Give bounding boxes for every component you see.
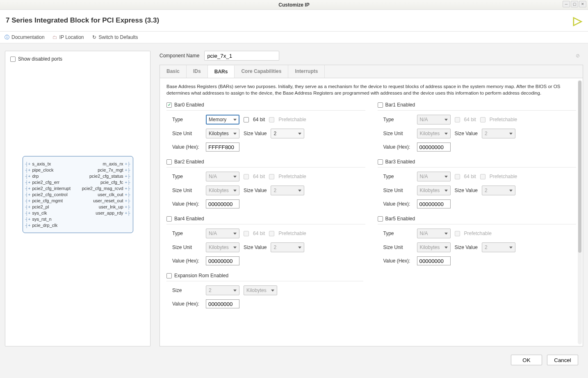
- bar0-unit-select[interactable]: Kilobytes: [206, 129, 239, 138]
- pin-icon: ┤+: [25, 205, 31, 209]
- bar0-enable-checkbox[interactable]: [166, 102, 172, 108]
- bar0-size-select[interactable]: 2: [271, 129, 304, 138]
- bar0-64bit-label: 64 bit: [253, 117, 265, 122]
- show-disabled-ports-label: Show disabled ports: [18, 56, 62, 62]
- pin-icon: +├: [125, 162, 130, 166]
- bar5-enable-checkbox[interactable]: [378, 216, 383, 222]
- ip-location-link[interactable]: 🗀 IP Location: [52, 34, 84, 40]
- close-button[interactable]: ✕: [579, 1, 586, 7]
- bar1-64bit-checkbox: [455, 117, 460, 122]
- tabs: BasicIDsBARsCore CapabilitiesInterrupts: [160, 65, 583, 78]
- bar4-size-select[interactable]: 2: [271, 242, 304, 252]
- pin-icon: ┤+: [25, 192, 31, 197]
- value-hex-label: Value (Hex):: [172, 144, 202, 150]
- switch-defaults-link[interactable]: ↻ Switch to Defaults: [91, 34, 138, 40]
- cancel-button[interactable]: Cancel: [547, 355, 578, 365]
- pin-icon: +├: [125, 205, 130, 209]
- port-pcie2_cfg_err: ┤+pcie2_cfg_err: [25, 180, 71, 185]
- port-sys_rst_n: ┤+sys_rst_n: [25, 217, 71, 222]
- size-value-label: Size Value: [455, 244, 478, 250]
- bar3-64bit-label: 64 bit: [464, 174, 476, 179]
- bar2-hex-input[interactable]: [206, 199, 239, 208]
- tab-core-capabilities[interactable]: Core Capabilities: [235, 65, 288, 78]
- minimize-button[interactable]: ─: [563, 1, 570, 7]
- component-name-input[interactable]: [204, 51, 279, 61]
- bar1-name: Bar1 Enabled: [385, 102, 415, 108]
- bar2-unit-select[interactable]: Kilobytes: [206, 186, 239, 195]
- bar3-unit-select[interactable]: Kilobytes: [417, 186, 451, 195]
- pin-icon: ┤+: [25, 217, 31, 222]
- bar5-size-select[interactable]: 2: [482, 242, 515, 252]
- pin-icon: ┤+: [25, 180, 31, 185]
- tab-bars[interactable]: BARs: [208, 66, 235, 78]
- pin-icon: +├: [125, 168, 130, 172]
- bar4-hex-input[interactable]: [206, 256, 239, 265]
- bar1-size-select[interactable]: 2: [482, 129, 515, 138]
- bar0-64bit-checkbox[interactable]: [244, 117, 249, 122]
- bar2-64bit-label: 64 bit: [253, 174, 265, 179]
- bar1-enable-checkbox[interactable]: [378, 102, 383, 108]
- bar0-hex-input[interactable]: [206, 143, 239, 152]
- bar4-prefetch-checkbox: [269, 231, 274, 236]
- bar3-type-select[interactable]: N/A: [417, 172, 451, 181]
- vendor-logo-icon: ▷: [573, 14, 582, 27]
- bar3-enable-checkbox[interactable]: [378, 159, 383, 165]
- pin-icon: +├: [125, 192, 130, 197]
- bar5-type-select[interactable]: N/A: [417, 229, 451, 238]
- pin-icon: ┤+: [25, 174, 31, 179]
- documentation-link[interactable]: ⓘ Documentation: [4, 34, 45, 40]
- type-label: Type: [172, 174, 202, 179]
- pin-icon: ┤+: [25, 168, 31, 172]
- size-unit-label: Size Unit: [172, 188, 202, 193]
- bar3-size-select[interactable]: 2: [482, 186, 515, 195]
- left-panel: Show disabled ports ┤+s_axis_tx┤+pipe_cl…: [5, 51, 150, 346]
- size-unit-label: Size Unit: [172, 244, 202, 250]
- clear-icon[interactable]: ⊘: [576, 53, 580, 59]
- bar4-64bit-checkbox: [244, 231, 249, 236]
- bar1-section: Bar1 EnabledTypeN/A64 bitPrefetchableSiz…: [378, 102, 577, 152]
- bar2-enable-checkbox[interactable]: [166, 159, 172, 165]
- size-value-label: Size Value: [244, 244, 267, 250]
- bar5-unit-select[interactable]: Kilobytes: [417, 242, 451, 252]
- port-pcie2_pl: ┤+pcie2_pl: [25, 204, 71, 209]
- bar5-section: Bar5 EnabledTypeN/APrefetchableSize Unit…: [378, 216, 577, 265]
- pin-icon: ┤+: [25, 199, 31, 203]
- size-unit-label: Size Unit: [383, 244, 413, 250]
- bars-description: Base Address Registers (BARs) serve two …: [166, 83, 576, 96]
- port-m_axis_rx: m_axis_rx+├: [82, 161, 130, 166]
- maximize-button[interactable]: ▢: [571, 1, 578, 7]
- exp-rom-size-select[interactable]: 2: [206, 285, 239, 295]
- bar2-size-select[interactable]: 2: [271, 186, 304, 195]
- bar4-unit-select[interactable]: Kilobytes: [206, 242, 239, 252]
- bar1-unit-select[interactable]: Kilobytes: [417, 129, 451, 138]
- bar3-hex-input[interactable]: [417, 199, 451, 208]
- bar2-name: Bar2 Enabled: [174, 159, 204, 165]
- bar0-type-select[interactable]: Memory: [206, 115, 239, 124]
- scrollbar[interactable]: [578, 80, 582, 344]
- port-pcie_cfg_fc: pcie_cfg_fc+├: [82, 180, 130, 185]
- size-unit-label: Size Unit: [383, 131, 413, 136]
- type-label: Type: [383, 174, 413, 179]
- show-disabled-ports-checkbox[interactable]: [10, 57, 16, 62]
- expansion-rom-checkbox[interactable]: [166, 273, 172, 278]
- tab-basic[interactable]: Basic: [160, 65, 187, 78]
- bar1-hex-input[interactable]: [417, 143, 451, 152]
- bar3-prefetch-checkbox: [480, 174, 485, 179]
- bar2-type-select[interactable]: N/A: [206, 172, 239, 181]
- bar4-name: Bar4 Enabled: [174, 216, 204, 222]
- port-pcie_drp_clk: ┤+pcie_drp_clk: [25, 223, 71, 228]
- tab-ids[interactable]: IDs: [187, 65, 208, 78]
- bar1-type-select[interactable]: N/A: [417, 115, 451, 124]
- value-hex-label: Value (Hex):: [172, 201, 202, 207]
- pin-icon: +├: [125, 211, 130, 215]
- pin-icon: +├: [125, 199, 130, 203]
- bar5-hex-input[interactable]: [417, 256, 451, 265]
- bar4-enable-checkbox[interactable]: [166, 216, 172, 222]
- exp-rom-hex-input[interactable]: [206, 299, 239, 308]
- type-label: Type: [172, 231, 202, 236]
- ok-button[interactable]: OK: [511, 355, 542, 365]
- tab-interrupts[interactable]: Interrupts: [288, 65, 325, 78]
- bar3-64bit-checkbox: [455, 174, 460, 179]
- bar4-type-select[interactable]: N/A: [206, 229, 239, 238]
- exp-rom-unit-select[interactable]: Kilobytes: [244, 285, 277, 295]
